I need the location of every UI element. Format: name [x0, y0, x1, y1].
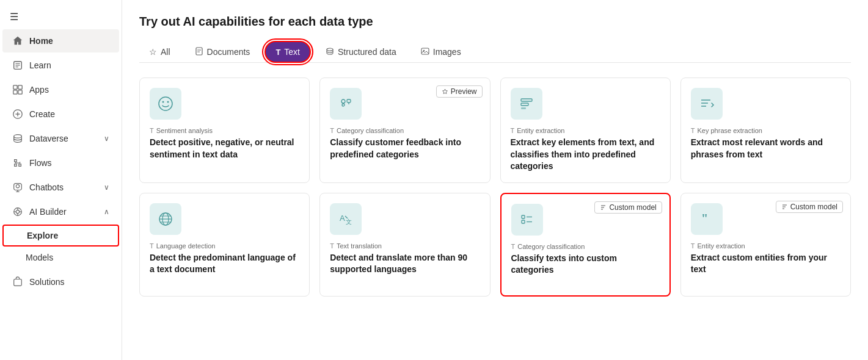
text-icon: T	[275, 48, 280, 57]
tab-all-label: All	[161, 47, 170, 57]
keyphrase-icon-wrap	[691, 88, 723, 120]
svg-rect-33	[521, 99, 532, 101]
ai-builder-chevron: ∧	[104, 207, 109, 216]
tab-structured-data[interactable]: Structured data	[316, 42, 406, 62]
svg-rect-47	[522, 215, 525, 218]
sidebar-item-learn-label: Learn	[29, 60, 51, 70]
card-entity-extraction-2[interactable]: Custom model " T Entity extraction Extra…	[680, 193, 851, 297]
sidebar-item-solutions-label: Solutions	[29, 277, 65, 287]
svg-text:文: 文	[346, 218, 352, 225]
card-entity-extraction[interactable]: T Entity extraction Extract key elements…	[500, 77, 671, 183]
card-type-language-label: Language detection	[156, 242, 216, 250]
svg-point-31	[342, 104, 345, 106]
card-title-keyphrase: Extract most relevant words and phrases …	[691, 137, 841, 160]
sidebar-sub-item-explore[interactable]: Explore	[2, 225, 119, 247]
svg-point-30	[341, 99, 345, 103]
svg-point-29	[167, 101, 169, 103]
t-icon-category-2: T	[511, 243, 516, 250]
chatbots-icon	[12, 182, 23, 193]
list-icon-wrap	[511, 204, 543, 236]
category-icon-wrap-1	[330, 88, 362, 120]
t-icon-entity-2: T	[691, 242, 695, 250]
card-type-translate: T Text translation	[330, 242, 480, 250]
sidebar-sub-item-models-label: Models	[26, 253, 53, 262]
sidebar-item-ai-builder[interactable]: AI Builder ∧	[2, 200, 119, 223]
language-icon-wrap	[150, 203, 181, 235]
svg-rect-32	[347, 99, 351, 103]
sidebar-item-chatbots-label: Chatbots	[29, 182, 64, 192]
custom-model-badge-2: Custom model	[776, 201, 843, 213]
card-title-sentiment: Detect positive, negative, or neutral se…	[150, 137, 299, 160]
card-category-classification-2[interactable]: Custom model T Category classification C…	[500, 193, 671, 297]
sidebar-item-home[interactable]: Home	[2, 29, 119, 52]
dataverse-chevron: ∨	[104, 134, 109, 143]
svg-point-28	[162, 101, 164, 103]
tab-images[interactable]: Images	[411, 42, 471, 62]
card-category-classification-1[interactable]: Preview T Category classification Classi…	[319, 77, 490, 183]
ai-builder-icon	[12, 206, 23, 217]
tab-all[interactable]: ☆ All	[139, 42, 180, 62]
translate-icon-wrap: A文	[330, 203, 362, 235]
main-content: Try out AI capabilities for each data ty…	[122, 0, 868, 360]
card-language-detection[interactable]: T Language detection Detect the predomin…	[139, 193, 310, 297]
card-type-keyphrase: T Key phrase extraction	[691, 127, 841, 134]
svg-rect-21	[196, 48, 202, 55]
t-icon-sentiment: T	[150, 127, 154, 134]
document-icon	[195, 47, 203, 57]
preview-badge-label: Preview	[451, 87, 477, 96]
svg-rect-20	[14, 279, 22, 286]
sidebar-item-solutions[interactable]: Solutions	[2, 270, 119, 293]
sidebar: ☰ Home Learn Apps Create Dataverse ∨	[0, 0, 122, 360]
entity-icon-wrap	[511, 88, 542, 120]
svg-rect-34	[521, 103, 528, 106]
svg-rect-35	[521, 107, 526, 109]
tab-documents[interactable]: Documents	[185, 42, 260, 62]
svg-rect-7	[18, 90, 22, 94]
filter-tabs: ☆ All Documents T Text Structured data I…	[139, 41, 851, 63]
tab-text[interactable]: T Text	[264, 41, 311, 63]
page-title: Try out AI capabilities for each data ty…	[139, 15, 851, 29]
card-title-category-1: Classify customer feedback into predefin…	[330, 137, 480, 160]
sidebar-sub-item-models[interactable]: Models	[2, 248, 119, 267]
card-title-translate: Detect and translate more than 90 suppor…	[330, 252, 480, 276]
sidebar-item-create[interactable]: Create	[2, 103, 119, 126]
flows-icon	[12, 157, 23, 168]
sentiment-icon-wrap	[150, 88, 181, 120]
card-type-entity-2: T Entity extraction	[691, 242, 841, 250]
custom-model-badge-2-label: Custom model	[790, 203, 837, 211]
sidebar-item-learn[interactable]: Learn	[2, 54, 119, 77]
svg-point-15	[16, 210, 19, 213]
preview-badge: Preview	[436, 85, 483, 98]
dataverse-icon	[12, 133, 23, 144]
t-icon-keyphrase: T	[691, 127, 695, 134]
svg-rect-6	[13, 90, 17, 94]
hamburger-icon[interactable]: ☰	[0, 5, 122, 29]
card-title-entity: Extract key elements from text, and clas…	[511, 137, 660, 173]
svg-rect-25	[421, 48, 429, 54]
sidebar-item-flows[interactable]: Flows	[2, 151, 119, 175]
sidebar-item-chatbots[interactable]: Chatbots ∨	[2, 176, 119, 199]
sidebar-item-dataverse[interactable]: Dataverse ∨	[2, 127, 119, 150]
sidebar-item-apps[interactable]: Apps	[2, 78, 119, 101]
apps-icon	[12, 84, 23, 95]
custom-model-badge-1: Custom model	[594, 201, 662, 214]
quote-icon-wrap: "	[691, 203, 723, 235]
card-type-category-1-label: Category classification	[337, 127, 404, 134]
svg-rect-48	[522, 220, 525, 223]
custom-model-badge-1-label: Custom model	[609, 203, 656, 212]
card-type-sentiment: T Sentiment analysis	[150, 127, 299, 134]
svg-rect-5	[18, 85, 22, 89]
svg-rect-4	[13, 85, 17, 89]
tab-images-label: Images	[433, 47, 461, 57]
solutions-icon	[12, 276, 23, 287]
card-sentiment-analysis[interactable]: T Sentiment analysis Detect positive, ne…	[139, 77, 310, 183]
sidebar-item-create-label: Create	[29, 109, 55, 119]
sidebar-item-apps-label: Apps	[29, 85, 49, 95]
star-icon: ☆	[149, 47, 157, 57]
card-type-language: T Language detection	[150, 242, 299, 250]
card-key-phrase[interactable]: T Key phrase extraction Extract most rel…	[680, 77, 851, 183]
card-type-entity-2-label: Entity extraction	[697, 242, 745, 250]
card-text-translation[interactable]: A文 T Text translation Detect and transla…	[319, 193, 490, 297]
svg-point-24	[327, 48, 333, 51]
sidebar-item-dataverse-label: Dataverse	[29, 134, 68, 143]
